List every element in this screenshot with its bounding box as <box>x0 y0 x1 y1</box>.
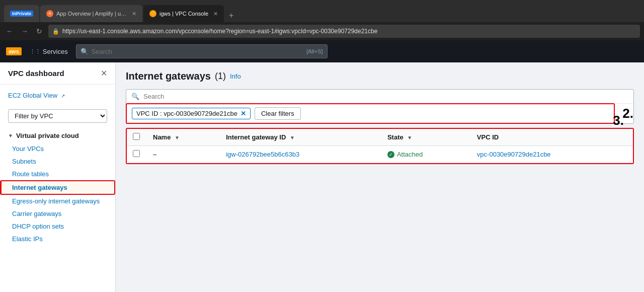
sidebar-item-ec2-global[interactable]: EC2 Global View ↗ <box>0 89 115 102</box>
services-button[interactable]: ⋮⋮ Services <box>30 48 68 55</box>
sidebar-item-route-tables[interactable]: Route tables <box>0 168 115 180</box>
browser-tabs: InPrivate A App Overview | Amplify | us-… <box>4 0 237 22</box>
back-button[interactable]: ← <box>4 25 15 37</box>
tab-inprivate[interactable]: InPrivate <box>4 5 39 22</box>
row-checkbox-cell <box>127 146 147 163</box>
aws-header: aws ⋮⋮ Services 🔍 [Alt+S] <box>0 40 644 62</box>
state-label: Attached <box>397 151 423 158</box>
sidebar-item-dhcp-option-sets[interactable]: DHCP option sets <box>0 220 115 233</box>
sidebar-filter-dropdown[interactable]: Filter by VPC <box>0 106 115 126</box>
col-header-vpc-id: VPC ID <box>471 129 633 146</box>
sidebar-item-your-vpcs[interactable]: Your VPCs <box>0 142 115 155</box>
forward-button[interactable]: → <box>19 25 30 37</box>
aws-search-input[interactable] <box>92 48 303 55</box>
filter-tags-container: VPC ID : vpc-0030e90729de21cbe ✕ Clear f… <box>126 104 633 123</box>
url-text: https://us-east-1.console.aws.amazon.com… <box>62 28 377 35</box>
aws-logo: aws <box>6 47 22 55</box>
ec2-global-view-label: EC2 Global View <box>8 92 57 99</box>
aws-favicon: ⬡ <box>149 10 156 17</box>
address-bar-row: ← → ↻ 🔒 https://us-east-1.console.aws.am… <box>0 22 644 40</box>
sidebar-group-toggle-vpc[interactable]: ▼ Virtual private cloud <box>0 129 115 142</box>
search-input[interactable] <box>143 93 628 100</box>
table-row: – igw-026792bee5b6c63b3 ✓ Attached <box>127 146 633 163</box>
col-header-state: State ▼ <box>381 129 471 146</box>
sidebar-group-items-vpc: Your VPCs Subnets Route tables Internet … <box>0 142 115 245</box>
browser-chrome: InPrivate A App Overview | Amplify | us-… <box>0 0 644 22</box>
clear-filters-button[interactable]: Clear filters <box>255 107 301 120</box>
select-all-checkbox[interactable] <box>133 133 140 140</box>
sidebar-close-button[interactable]: ✕ <box>101 68 107 78</box>
filter-tags-row: VPC ID : vpc-0030e90729de21cbe ✕ Clear f… <box>126 103 615 124</box>
address-bar[interactable]: 🔒 https://us-east-1.console.aws.amazon.c… <box>48 25 640 38</box>
sidebar-item-elastic-ips[interactable]: Elastic IPs <box>0 233 115 245</box>
page-count: (1) <box>215 71 226 82</box>
tab-vpc[interactable]: ⬡ igws | VPC Console ✕ <box>143 5 224 22</box>
tab-vpc-label: igws | VPC Console <box>159 11 208 17</box>
sidebar-item-subnets[interactable]: Subnets <box>0 155 115 168</box>
new-tab-button[interactable]: + <box>225 9 237 22</box>
sidebar-item-internet-gateways-row: Internet gateways 1. <box>0 180 115 195</box>
tab-amplify[interactable]: A App Overview | Amplify | us-east... ✕ <box>40 5 142 22</box>
col-header-gateway-id: Internet gateway ID ▼ <box>220 129 381 146</box>
row-gateway-id-cell[interactable]: igw-026792bee5b6c63b3 <box>220 146 381 163</box>
info-link[interactable]: Info <box>230 72 241 80</box>
sidebar-title: VPC dashboard <box>8 69 64 78</box>
sidebar-item-internet-gateways[interactable]: Internet gateways <box>0 180 115 195</box>
annotation-step2: 2. <box>622 106 633 121</box>
search-icon: 🔍 <box>80 48 89 55</box>
lock-icon: 🔒 <box>52 28 59 35</box>
results-table: Name ▼ Internet gateway ID ▼ State ▼ <box>126 128 634 164</box>
select-all-header <box>127 129 147 146</box>
amplify-favicon: A <box>46 10 53 17</box>
table-body: – igw-026792bee5b6c63b3 ✓ Attached <box>127 146 633 163</box>
page-title: Internet gateways <box>126 70 211 82</box>
filter-tag-remove-button[interactable]: ✕ <box>240 110 246 117</box>
services-label: Services <box>43 48 68 55</box>
main-layout: VPC dashboard ✕ EC2 Global View ↗ Filter… <box>0 62 644 292</box>
tab-vpc-close[interactable]: ✕ <box>213 11 218 17</box>
row-name-cell: – <box>147 146 220 163</box>
col-filter-gateway-id-icon[interactable]: ▼ <box>290 135 295 140</box>
filter-tag-vpc-id: VPC ID : vpc-0030e90729de21cbe ✕ <box>132 108 251 119</box>
state-icon: ✓ <box>387 151 394 158</box>
table-header: Name ▼ Internet gateway ID ▼ State ▼ <box>127 129 633 146</box>
sidebar-ec2-section: EC2 Global View ↗ <box>0 85 115 106</box>
row-gateway-id-link[interactable]: igw-026792bee5b6c63b3 <box>226 151 299 158</box>
sidebar-header: VPC dashboard ✕ <box>0 62 115 85</box>
search-input-row: 🔍 <box>126 90 633 104</box>
row-vpc-id-link[interactable]: vpc-0030e90729de21cbe <box>477 151 551 158</box>
inprivate-badge: InPrivate <box>10 11 33 17</box>
content-area: Internet gateways (1) Info 🔍 VPC ID : vp… <box>116 62 644 292</box>
filter-tag-label: VPC ID : vpc-0030e90729de21cbe <box>136 110 237 117</box>
col-filter-state-icon[interactable]: ▼ <box>407 135 412 140</box>
external-link-icon: ↗ <box>61 93 65 99</box>
collapse-arrow-icon: ▼ <box>8 133 13 138</box>
tab-amplify-close[interactable]: ✕ <box>132 11 136 17</box>
col-filter-name-icon[interactable]: ▼ <box>175 135 180 140</box>
refresh-button[interactable]: ↻ <box>34 25 44 37</box>
sidebar-vpc-group: ▼ Virtual private cloud Your VPCs Subnet… <box>0 126 115 248</box>
search-icon: 🔍 <box>131 93 139 100</box>
search-shortcut: [Alt+S] <box>306 48 323 54</box>
filter-area: 🔍 VPC ID : vpc-0030e90729de21cbe ✕ Clear… <box>126 89 634 124</box>
sidebar-item-egress-only[interactable]: Egress-only internet gateways <box>0 195 115 207</box>
filter-by-vpc-select[interactable]: Filter by VPC <box>8 109 107 123</box>
grid-icon: ⋮⋮ <box>30 48 41 55</box>
row-checkbox[interactable] <box>133 150 140 157</box>
row-state-cell: ✓ Attached <box>381 146 471 163</box>
col-header-name: Name ▼ <box>147 129 220 146</box>
internet-gateways-table: Name ▼ Internet gateway ID ▼ State ▼ <box>127 129 633 163</box>
row-name-value: – <box>153 151 156 158</box>
sidebar-group-label-vpc: Virtual private cloud <box>16 132 79 139</box>
row-vpc-id-cell[interactable]: vpc-0030e90729de21cbe <box>471 146 633 163</box>
table-wrapper: Name ▼ Internet gateway ID ▼ State ▼ <box>126 128 634 164</box>
page-header: Internet gateways (1) Info <box>126 70 634 82</box>
tab-amplify-label: App Overview | Amplify | us-east... <box>56 11 127 17</box>
sidebar-item-carrier-gateways[interactable]: Carrier gateways <box>0 207 115 220</box>
aws-search-bar[interactable]: 🔍 [Alt+S] <box>76 44 328 58</box>
state-attached-container: ✓ Attached <box>387 151 465 158</box>
sidebar: VPC dashboard ✕ EC2 Global View ↗ Filter… <box>0 62 116 292</box>
annotation-step3: 3. <box>613 113 624 128</box>
